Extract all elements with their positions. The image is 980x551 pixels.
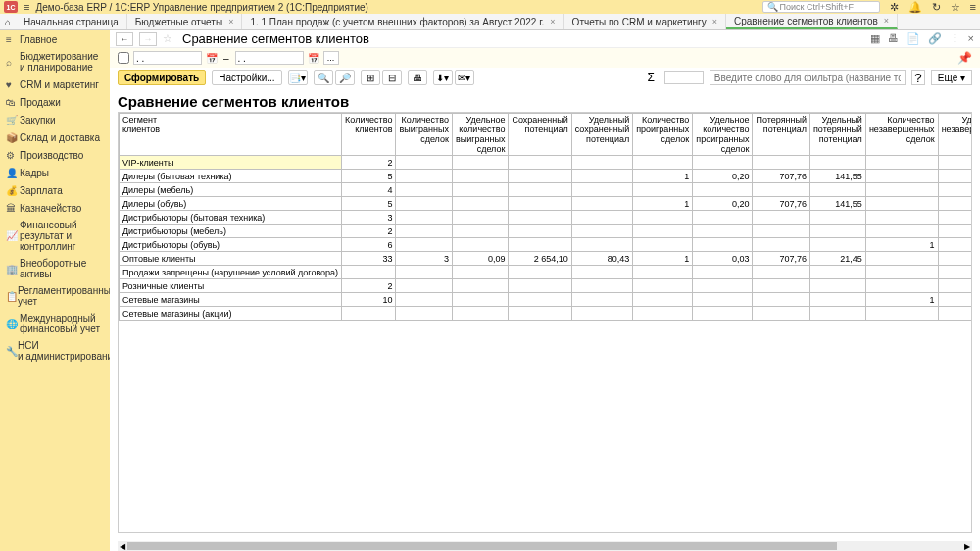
collapse-button[interactable]: ⊟ [382,70,402,85]
calendar-icon[interactable]: 📅 [308,53,319,64]
cell [509,197,571,211]
close-icon[interactable]: × [228,17,233,26]
more-button[interactable]: Еще ▾ [931,70,972,85]
table-row[interactable]: Дистрибьюторы (мебель)2 [120,225,973,238]
col-header[interactable]: Удельноенезавершениесделок [938,114,972,156]
date-picker-button[interactable]: ... [323,51,339,65]
table-row[interactable]: Сетевые магазины (акции) [120,307,973,321]
sidebar-item-4[interactable]: 🛒Закупки [0,111,110,128]
sidebar-item-13[interactable]: 🌐Международный финансовый учет [0,310,110,337]
sidebar-item-8[interactable]: 💰Зарплата [0,181,110,199]
find-button[interactable]: 🔍 [314,70,333,85]
sidebar-item-2[interactable]: ♥CRM и маркетинг [0,75,110,93]
star-icon[interactable]: ☆ [951,1,960,14]
sidebar-item-12[interactable]: 📋Регламентированный учет [0,282,110,310]
date-from-input[interactable] [133,51,202,65]
save-button[interactable]: ⬇▾ [433,70,453,85]
close-icon[interactable]: × [712,17,717,26]
table-row[interactable]: Продажи запрещены (нарушение условий дог… [120,266,973,279]
table-row[interactable]: Сетевые магазины101 [120,293,973,307]
global-search[interactable]: 🔍 Поиск Ctrl+Shift+F [762,1,880,13]
table-row[interactable]: Дилеры (бытовая техника)510,20707,76141,… [120,170,973,183]
cell: 0,20 [693,170,753,183]
hscrollbar[interactable]: ◀ ▶ [118,541,972,551]
sidebar-icon: ⚙ [6,150,20,161]
menu-icon[interactable]: ≡ [970,1,976,13]
scroll-right-icon[interactable]: ▶ [962,542,972,551]
help-button[interactable]: ? [911,70,925,85]
col-header[interactable]: Потерянныйпотенциал [753,114,810,156]
scroll-thumb[interactable] [127,542,837,550]
sidebar-item-9[interactable]: 🏛Казначейство [0,199,110,217]
find-next-button[interactable]: 🔎 [335,70,355,85]
form-button[interactable]: Сформировать [118,70,206,85]
table-row[interactable]: VIP-клиенты2 [120,156,973,170]
sidebar-label: CRM и маркетинг [20,79,104,90]
sidebar-item-1[interactable]: ⌕Бюджетирование и планирование [0,48,110,75]
col-header[interactable]: Удельноеколичествопроигранныхсделок [693,114,753,156]
cell [938,293,972,307]
report-grid[interactable]: СегментклиентовКоличествоклиентовКоличес… [118,112,972,533]
compass-icon[interactable]: ✲ [890,1,899,14]
sidebar-item-0[interactable]: ≡Главное [0,30,110,48]
table-row[interactable]: Дилеры (мебель)4 [120,183,973,197]
sidebar-icon: 🌐 [6,319,20,329]
print-icon[interactable]: 🖶 [888,32,899,45]
back-button[interactable]: ← [116,32,133,46]
tab-sales-plan[interactable]: 1. 1 План продаж (с учетом внешних факто… [242,14,564,29]
sidebar-item-11[interactable]: 🏢Внеоборотные активы [0,255,110,282]
sidebar-label: Зарплата [20,185,104,196]
col-header[interactable]: Количествонезавершенныхсделок [865,114,938,156]
table-row[interactable]: Дистрибьюторы (обувь)61 [120,238,973,252]
favorite-icon[interactable]: ☆ [163,32,172,45]
date-to-input[interactable] [235,51,304,65]
export-icon[interactable]: 📄 [906,32,920,45]
date-check[interactable] [118,52,129,64]
expand-button[interactable]: ⊞ [361,70,380,85]
sidebar-item-14[interactable]: 🔧НСИ и администрирование [0,337,110,365]
filter-input[interactable] [710,70,906,85]
settings-button[interactable]: Настройки... [212,70,281,85]
col-header[interactable]: Количествовыигранныхсделок [396,114,452,156]
sidebar-item-5[interactable]: 📦Склад и доставка [0,128,110,146]
calendar-icon[interactable]: 📅 [206,53,218,64]
close-icon[interactable]: × [550,17,555,26]
link-icon[interactable]: 🔗 [928,32,942,45]
close-icon[interactable]: × [884,16,889,25]
variants-button[interactable]: 📑▾ [288,70,308,85]
close-icon[interactable]: × [968,32,974,45]
tab-segment-compare[interactable]: Сравнение сегментов клиентов× [726,14,898,29]
tab-home[interactable]: Начальная страница [16,14,127,29]
col-header[interactable]: Удельныйпотерянныйпотенциал [809,114,865,156]
col-header[interactable]: Удельныйсохраненныйпотенциал [571,114,632,156]
col-header[interactable]: Сохраненныйпотенциал [509,114,571,156]
col-header[interactable]: Сегментклиентов [120,114,342,156]
sidebar-item-10[interactable]: 📈Финансовый результат и контроллинг [0,217,110,255]
scroll-left-icon[interactable]: ◀ [118,542,127,551]
more-icon[interactable]: ⋮ [950,32,960,45]
sidebar-item-3[interactable]: 🛍Продажи [0,93,110,111]
table-row[interactable]: Розничные клиенты2 [120,279,973,293]
sidebar-item-6[interactable]: ⚙Производство [0,146,110,164]
col-header[interactable]: Количествопроигранныхсделок [633,114,693,156]
grid-icon[interactable]: ▦ [870,32,880,45]
tab-budget[interactable]: Бюджетные отчеты× [127,14,243,29]
mail-button[interactable]: ✉▾ [455,70,474,85]
bell-icon[interactable]: 🔔 [908,1,922,14]
table-row[interactable]: Оптовые клиенты3330,092 654,1080,4310,03… [120,252,973,266]
sum-input[interactable] [664,71,704,84]
home-icon[interactable]: ⌂ [0,17,16,27]
cell: Дистрибьюторы (бытовая техника) [120,211,342,225]
print-button[interactable]: 🖶 [408,70,427,85]
history-icon[interactable]: ↻ [932,1,941,14]
forward-button[interactable]: → [139,32,157,46]
sidebar-item-7[interactable]: 👤Кадры [0,164,110,181]
table-row[interactable]: Дистрибьюторы (бытовая техника)3 [120,211,973,225]
col-header[interactable]: Количествоклиентов [342,114,396,156]
table-row[interactable]: Дилеры (обувь)510,20707,76141,55 [120,197,973,211]
cell [571,225,632,238]
hamburger-icon[interactable]: ≡ [24,1,29,13]
tab-crm-reports[interactable]: Отчеты по CRM и маркетингу× [564,14,726,29]
pin-icon[interactable]: 📌 [957,51,972,65]
col-header[interactable]: Удельноеколичествовыигранныхсделок [452,114,508,156]
